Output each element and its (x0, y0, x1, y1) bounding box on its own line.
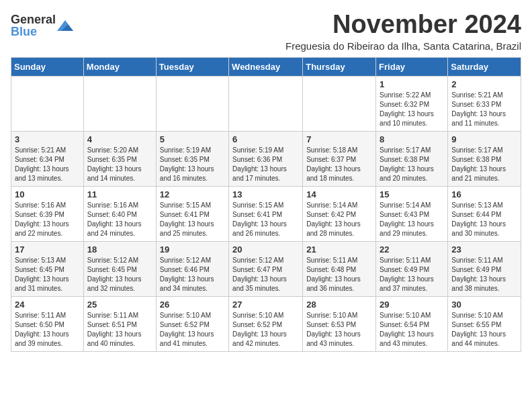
day-number: 1 (380, 79, 444, 89)
day-number: 23 (451, 244, 517, 255)
day-info: Sunrise: 5:10 AMSunset: 6:55 PMDaylight:… (451, 311, 517, 349)
day-number: 5 (160, 134, 225, 144)
day-info: Sunrise: 5:13 AMSunset: 6:45 PMDaylight:… (15, 256, 80, 293)
day-info: Sunrise: 5:15 AMSunset: 6:41 PMDaylight:… (160, 201, 225, 238)
day-number: 4 (87, 134, 152, 144)
day-info: Sunrise: 5:11 AMSunset: 6:48 PMDaylight:… (306, 256, 372, 293)
day-info: Sunrise: 5:15 AMSunset: 6:41 PMDaylight:… (232, 201, 299, 238)
calendar-cell: 21Sunrise: 5:11 AMSunset: 6:48 PMDayligh… (303, 241, 376, 296)
day-info: Sunrise: 5:11 AMSunset: 6:50 PMDaylight:… (15, 311, 80, 349)
day-number: 10 (15, 189, 80, 199)
logo: General Blue (11, 13, 73, 38)
calendar-cell (83, 76, 156, 131)
calendar-table: SundayMondayTuesdayWednesdayThursdayFrid… (11, 57, 521, 352)
day-number: 28 (306, 300, 372, 310)
page-header: General Blue November 2024 Freguesia do … (11, 11, 521, 52)
day-number: 21 (306, 244, 372, 255)
calendar-week-row: 10Sunrise: 5:16 AMSunset: 6:39 PMDayligh… (11, 186, 521, 241)
day-number: 15 (380, 189, 444, 199)
day-info: Sunrise: 5:13 AMSunset: 6:44 PMDaylight:… (451, 201, 517, 238)
calendar-cell: 11Sunrise: 5:16 AMSunset: 6:40 PMDayligh… (83, 186, 156, 241)
day-info: Sunrise: 5:10 AMSunset: 6:52 PMDaylight:… (160, 311, 225, 349)
calendar-header-thursday: Thursday (303, 57, 376, 76)
calendar-cell: 5Sunrise: 5:19 AMSunset: 6:35 PMDaylight… (156, 131, 228, 186)
calendar-cell: 12Sunrise: 5:15 AMSunset: 6:41 PMDayligh… (156, 186, 228, 241)
month-title: November 2024 (285, 11, 521, 39)
day-info: Sunrise: 5:12 AMSunset: 6:45 PMDaylight:… (87, 256, 152, 293)
day-number: 11 (87, 189, 152, 199)
day-info: Sunrise: 5:12 AMSunset: 6:46 PMDaylight:… (160, 256, 225, 293)
day-info: Sunrise: 5:16 AMSunset: 6:39 PMDaylight:… (15, 201, 80, 238)
day-info: Sunrise: 5:14 AMSunset: 6:42 PMDaylight:… (306, 201, 372, 238)
day-info: Sunrise: 5:19 AMSunset: 6:35 PMDaylight:… (160, 146, 225, 183)
calendar-cell: 28Sunrise: 5:10 AMSunset: 6:53 PMDayligh… (303, 296, 376, 351)
day-info: Sunrise: 5:10 AMSunset: 6:52 PMDaylight:… (232, 311, 299, 349)
calendar-cell (229, 76, 303, 131)
calendar-cell: 13Sunrise: 5:15 AMSunset: 6:41 PMDayligh… (229, 186, 303, 241)
title-section: November 2024 Freguesia do Ribeirao da I… (285, 11, 521, 52)
day-number: 27 (232, 300, 299, 310)
calendar-week-row: 1Sunrise: 5:22 AMSunset: 6:32 PMDaylight… (11, 76, 521, 131)
calendar-cell: 9Sunrise: 5:17 AMSunset: 6:38 PMDaylight… (448, 131, 521, 186)
day-number: 3 (15, 134, 80, 144)
day-number: 7 (306, 134, 372, 144)
logo-icon (57, 20, 73, 31)
calendar-cell: 23Sunrise: 5:11 AMSunset: 6:49 PMDayligh… (448, 241, 521, 296)
day-info: Sunrise: 5:11 AMSunset: 6:49 PMDaylight:… (451, 256, 517, 293)
day-number: 24 (15, 300, 80, 310)
calendar-cell: 22Sunrise: 5:11 AMSunset: 6:49 PMDayligh… (376, 241, 448, 296)
day-number: 16 (451, 189, 517, 199)
calendar-cell: 15Sunrise: 5:14 AMSunset: 6:43 PMDayligh… (376, 186, 448, 241)
calendar-week-row: 3Sunrise: 5:21 AMSunset: 6:34 PMDaylight… (11, 131, 521, 186)
calendar-cell: 3Sunrise: 5:21 AMSunset: 6:34 PMDaylight… (11, 131, 84, 186)
calendar-cell: 16Sunrise: 5:13 AMSunset: 6:44 PMDayligh… (448, 186, 521, 241)
day-info: Sunrise: 5:17 AMSunset: 6:38 PMDaylight:… (380, 146, 444, 183)
calendar-cell: 29Sunrise: 5:10 AMSunset: 6:54 PMDayligh… (376, 296, 448, 351)
day-info: Sunrise: 5:14 AMSunset: 6:43 PMDaylight:… (380, 201, 444, 238)
logo-text: General Blue (11, 13, 56, 38)
day-info: Sunrise: 5:16 AMSunset: 6:40 PMDaylight:… (87, 201, 152, 238)
day-info: Sunrise: 5:19 AMSunset: 6:36 PMDaylight:… (232, 146, 299, 183)
logo-general: General (11, 13, 56, 26)
subtitle: Freguesia do Ribeirao da Ilha, Santa Cat… (285, 40, 521, 52)
calendar-cell: 18Sunrise: 5:12 AMSunset: 6:45 PMDayligh… (83, 241, 156, 296)
calendar-week-row: 17Sunrise: 5:13 AMSunset: 6:45 PMDayligh… (11, 241, 521, 296)
day-number: 20 (232, 244, 299, 255)
calendar-cell: 7Sunrise: 5:18 AMSunset: 6:37 PMDaylight… (303, 131, 376, 186)
day-info: Sunrise: 5:21 AMSunset: 6:34 PMDaylight:… (15, 146, 80, 183)
calendar-cell: 24Sunrise: 5:11 AMSunset: 6:50 PMDayligh… (11, 296, 84, 351)
calendar-cell: 10Sunrise: 5:16 AMSunset: 6:39 PMDayligh… (11, 186, 84, 241)
calendar-cell: 1Sunrise: 5:22 AMSunset: 6:32 PMDaylight… (376, 76, 448, 131)
calendar-week-row: 24Sunrise: 5:11 AMSunset: 6:50 PMDayligh… (11, 296, 521, 351)
day-info: Sunrise: 5:10 AMSunset: 6:54 PMDaylight:… (380, 311, 444, 349)
day-number: 8 (380, 134, 444, 144)
calendar-cell: 17Sunrise: 5:13 AMSunset: 6:45 PMDayligh… (11, 241, 84, 296)
day-info: Sunrise: 5:12 AMSunset: 6:47 PMDaylight:… (232, 256, 299, 293)
calendar-cell (156, 76, 228, 131)
day-info: Sunrise: 5:11 AMSunset: 6:51 PMDaylight:… (87, 311, 152, 349)
calendar-cell: 8Sunrise: 5:17 AMSunset: 6:38 PMDaylight… (376, 131, 448, 186)
day-number: 25 (87, 300, 152, 310)
day-number: 12 (160, 189, 225, 199)
day-number: 30 (451, 300, 517, 310)
calendar-header-sunday: Sunday (11, 57, 84, 76)
calendar-cell: 4Sunrise: 5:20 AMSunset: 6:35 PMDaylight… (83, 131, 156, 186)
day-number: 6 (232, 134, 299, 144)
logo-blue: Blue (11, 25, 37, 38)
calendar-cell: 30Sunrise: 5:10 AMSunset: 6:55 PMDayligh… (448, 296, 521, 351)
day-info: Sunrise: 5:20 AMSunset: 6:35 PMDaylight:… (87, 146, 152, 183)
day-info: Sunrise: 5:22 AMSunset: 6:32 PMDaylight:… (380, 91, 444, 128)
day-number: 13 (232, 189, 299, 199)
day-number: 2 (451, 79, 517, 89)
calendar-header-saturday: Saturday (448, 57, 521, 76)
calendar-header-row: SundayMondayTuesdayWednesdayThursdayFrid… (11, 57, 521, 76)
calendar-cell: 26Sunrise: 5:10 AMSunset: 6:52 PMDayligh… (156, 296, 228, 351)
day-number: 29 (380, 300, 444, 310)
day-number: 26 (160, 300, 225, 310)
calendar-cell: 19Sunrise: 5:12 AMSunset: 6:46 PMDayligh… (156, 241, 228, 296)
day-info: Sunrise: 5:21 AMSunset: 6:33 PMDaylight:… (451, 91, 517, 128)
day-info: Sunrise: 5:10 AMSunset: 6:53 PMDaylight:… (306, 311, 372, 349)
day-number: 17 (15, 244, 80, 255)
calendar-header-tuesday: Tuesday (156, 57, 228, 76)
calendar-cell (303, 76, 376, 131)
